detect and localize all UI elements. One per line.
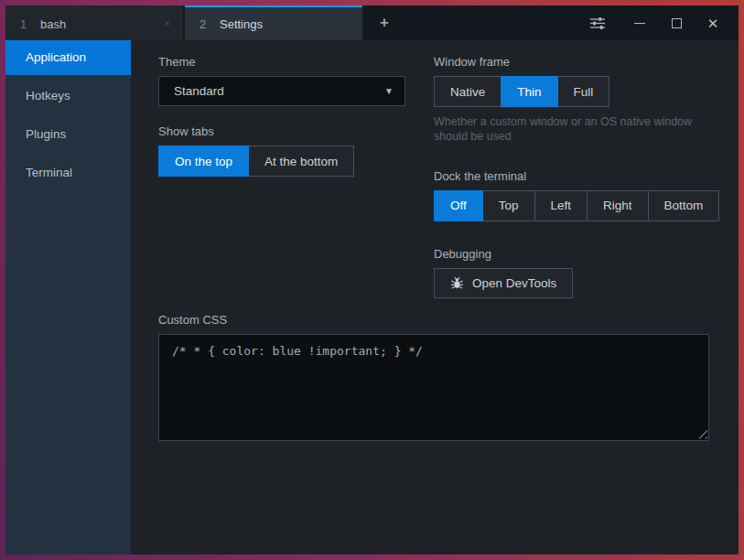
close-icon: ✕ <box>707 16 719 30</box>
dock-option-left[interactable]: Left <box>534 190 588 221</box>
tab-index: 1 <box>20 17 40 31</box>
sidebar-item-application[interactable]: Application <box>5 40 131 75</box>
left-column: Theme Standard ▼ Show tabs On the topAt … <box>158 55 405 298</box>
tab-index: 2 <box>199 17 220 31</box>
close-window-button[interactable]: ✕ <box>695 5 731 40</box>
window-frame-description: Whether a custom window or an OS native … <box>434 114 708 145</box>
new-tab-button[interactable]: + <box>366 5 403 40</box>
show-tabs-group: On the topAt the bottom <box>158 145 405 177</box>
show-tabs-option-on-the-top[interactable]: On the top <box>158 145 249 177</box>
minimize-icon <box>634 23 645 24</box>
tab-list: 1bash×2Settings <box>5 5 364 40</box>
settings-content: Theme Standard ▼ Show tabs On the topAt … <box>131 40 739 555</box>
tab-bash[interactable]: 1bash× <box>5 5 183 40</box>
dock-option-right[interactable]: Right <box>587 190 649 221</box>
tab-title: Settings <box>220 17 263 31</box>
settings-sidebar: ApplicationHotkeysPluginsTerminal <box>5 40 131 555</box>
custom-css-input[interactable]: /* * { color: blue !important; } */ <box>158 334 709 441</box>
sidebar-item-plugins[interactable]: Plugins <box>5 117 131 152</box>
dock-label: Dock the terminal <box>434 169 709 183</box>
bug-icon <box>450 276 464 290</box>
window-frame: 1bash×2Settings + <box>0 0 744 560</box>
minimize-button[interactable] <box>621 5 658 40</box>
dock-option-off[interactable]: Off <box>434 190 483 221</box>
main-area: ApplicationHotkeysPluginsTerminal Theme … <box>5 40 739 555</box>
window-frame-group: NativeThinFull <box>434 76 709 107</box>
sliders-icon <box>589 16 606 30</box>
tab-bar: 1bash×2Settings + <box>5 5 739 40</box>
global-settings-button[interactable] <box>579 5 616 40</box>
dock-option-bottom[interactable]: Bottom <box>648 190 720 221</box>
tab-close-icon[interactable]: × <box>164 18 170 29</box>
debugging-label: Debugging <box>434 247 709 261</box>
tab-title: bash <box>40 17 66 31</box>
settings-columns: Theme Standard ▼ Show tabs On the topAt … <box>158 55 709 298</box>
theme-label: Theme <box>158 55 405 69</box>
theme-select-value: Standard <box>174 84 224 98</box>
right-column: Window frame NativeThinFull Whether a cu… <box>434 55 709 298</box>
app-window: 1bash×2Settings + <box>5 5 739 555</box>
open-devtools-label: Open DevTools <box>472 276 556 290</box>
sidebar-item-terminal[interactable]: Terminal <box>5 156 131 190</box>
custom-css-wrap: /* * { color: blue !important; } */ <box>158 334 709 441</box>
maximize-icon <box>672 18 682 28</box>
theme-select[interactable]: Standard ▼ <box>158 76 405 106</box>
titlebar-drag-area <box>403 5 579 40</box>
open-devtools-button[interactable]: Open DevTools <box>434 268 573 298</box>
window-frame-option-full[interactable]: Full <box>557 76 610 107</box>
chevron-down-icon: ▼ <box>384 86 394 96</box>
custom-css-label: Custom CSS <box>158 313 709 327</box>
tab-settings[interactable]: 2Settings <box>185 5 362 40</box>
window-frame-option-native[interactable]: Native <box>434 76 501 107</box>
maximize-button[interactable] <box>658 5 695 40</box>
show-tabs-label: Show tabs <box>158 124 405 138</box>
dock-option-top[interactable]: Top <box>482 190 535 221</box>
show-tabs-option-at-the-bottom[interactable]: At the bottom <box>248 145 354 177</box>
sidebar-item-hotkeys[interactable]: Hotkeys <box>5 79 131 113</box>
window-frame-label: Window frame <box>434 55 709 69</box>
window-frame-option-thin[interactable]: Thin <box>501 76 557 107</box>
dock-group: OffTopLeftRightBottom <box>434 190 709 221</box>
